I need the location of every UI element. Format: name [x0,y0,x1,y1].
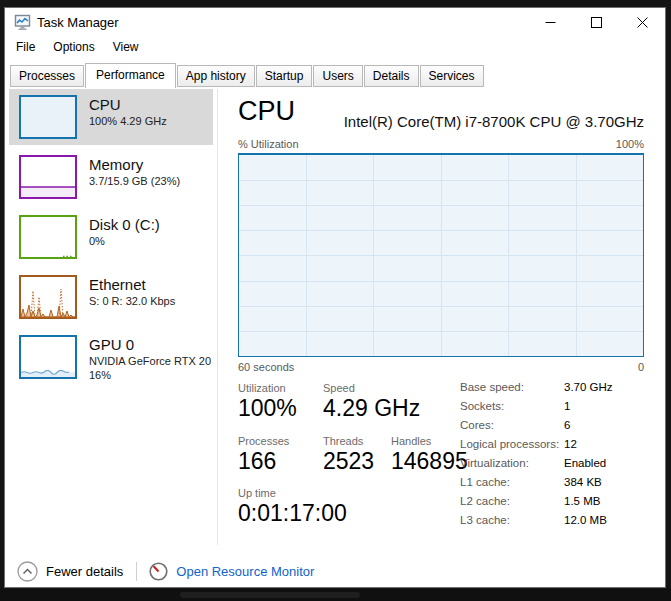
sidebar-disk-sub: 0% [89,234,211,248]
threads-label: Threads [323,435,363,447]
minimize-icon [545,17,556,28]
ethernet-mini-graph-icon [19,275,77,319]
threads-value: 2523 [323,448,374,475]
l1-cache-label: L1 cache: [460,476,564,495]
minimize-button[interactable] [527,8,573,37]
sidebar-memory-label: Memory [89,155,211,174]
handles-value: 146895 [391,448,468,475]
tab-details[interactable]: Details [364,65,419,87]
tab-services[interactable]: Services [420,65,484,87]
detail-row: Sockets: 1 [460,400,660,419]
close-icon [637,17,648,28]
cpu-mini-graph-icon [19,95,77,139]
gauge-icon[interactable] [149,562,168,581]
uptime-value: 0:01:17:00 [238,500,347,527]
cpu-details-list: Base speed: 3.70 GHz Sockets: 1 Cores: 6… [460,381,660,533]
status-divider [136,562,137,581]
detail-row: Logical processors: 12 [460,438,660,457]
chart-x-right: 0 [638,361,644,373]
sidebar-memory-sub: 3.7/15.9 GB (23%) [89,174,211,188]
detail-row: Base speed: 3.70 GHz [460,381,660,400]
l2-cache-value: 1.5 MB [564,495,600,514]
chart-x-left: 60 seconds [238,361,294,373]
maximize-button[interactable] [573,8,619,37]
processes-label: Processes [238,435,289,447]
virtualization-label: Virtualization: [460,457,564,476]
menu-options[interactable]: Options [44,37,103,57]
l2-cache-label: L2 cache: [460,495,564,514]
task-manager-window: Task Manager File Options View Processes [4,7,666,588]
base-speed-label: Base speed: [460,381,564,400]
tab-users[interactable]: Users [313,65,362,87]
taskbar-highlight [180,592,360,598]
gpu-mini-graph-icon [19,335,77,379]
cpu-utilization-chart[interactable] [238,153,644,357]
performance-sidebar: CPU 100% 4.29 GHz Memory 3.7/15.9 GB (23… [9,89,213,405]
sidebar-item-memory[interactable]: Memory 3.7/15.9 GB (23%) [9,149,213,205]
speed-value: 4.29 GHz [323,395,420,422]
panel-title: CPU [238,95,295,127]
taskbar-sliver [0,589,671,601]
sidebar-cpu-label: CPU [89,95,211,114]
logical-processors-label: Logical processors: [460,438,564,457]
detail-row: L3 cache: 12.0 MB [460,514,660,533]
sidebar-ethernet-sub: S: 0 R: 32.0 Kbps [89,294,211,308]
sockets-label: Sockets: [460,400,564,419]
speed-label: Speed [323,382,355,394]
sidebar-item-ethernet[interactable]: Ethernet S: 0 R: 32.0 Kbps [9,269,213,325]
detail-row: Virtualization: Enabled [460,457,660,476]
tab-app-history[interactable]: App history [177,65,255,87]
desktop-background: Task Manager File Options View Processes [0,0,671,601]
window-title: Task Manager [37,15,119,30]
fewer-details-button[interactable]: Fewer details [46,564,123,579]
cores-value: 6 [564,419,570,438]
tab-startup[interactable]: Startup [256,65,313,87]
tab-performance[interactable]: Performance [85,63,176,88]
tab-strip: Processes Performance App history Startu… [5,58,665,88]
sidebar-gpu-sub2: 16% [89,368,211,382]
cpu-performance-panel: CPU Intel(R) Core(TM) i7-8700K CPU @ 3.7… [234,89,657,554]
menu-view[interactable]: View [104,37,148,57]
detail-row: L1 cache: 384 KB [460,476,660,495]
cores-label: Cores: [460,419,564,438]
task-manager-app-icon [14,14,31,31]
open-resource-monitor-link[interactable]: Open Resource Monitor [176,564,314,579]
chevron-up-circle-icon[interactable] [17,561,38,582]
sidebar-divider [217,89,218,545]
processes-value: 166 [238,448,276,475]
menu-file[interactable]: File [7,37,44,57]
sidebar-item-cpu[interactable]: CPU 100% 4.29 GHz [9,89,213,145]
uptime-label: Up time [238,487,276,499]
sidebar-disk-label: Disk 0 (C:) [89,215,211,234]
base-speed-value: 3.70 GHz [564,381,613,400]
sidebar-item-gpu[interactable]: GPU 0 NVIDIA GeForce RTX 208 16% [9,329,213,401]
title-bar[interactable]: Task Manager [5,8,665,37]
detail-row: L2 cache: 1.5 MB [460,495,660,514]
maximize-icon [591,17,602,28]
l1-cache-value: 384 KB [564,476,602,495]
sidebar-ethernet-label: Ethernet [89,275,211,294]
status-bar: Fewer details Open Resource Monitor [5,554,665,588]
l3-cache-label: L3 cache: [460,514,564,533]
utilization-value: 100% [238,395,297,422]
menu-bar: File Options View [5,37,665,57]
close-button[interactable] [619,8,665,37]
logical-processors-value: 12 [564,438,577,457]
sidebar-gpu-sub: NVIDIA GeForce RTX 208 [89,354,211,368]
virtualization-value: Enabled [564,457,606,476]
l3-cache-value: 12.0 MB [564,514,607,533]
handles-label: Handles [391,435,431,447]
sidebar-cpu-sub: 100% 4.29 GHz [89,114,211,128]
sidebar-item-disk[interactable]: Disk 0 (C:) 0% [9,209,213,265]
disk-mini-graph-icon [19,215,77,259]
chart-y-max: 100% [616,138,644,150]
sidebar-gpu-label: GPU 0 [89,335,211,354]
utilization-label: Utilization [238,382,286,394]
chart-axis-bottom: 60 seconds 0 [238,361,644,373]
tab-processes[interactable]: Processes [10,65,84,87]
chart-y-label: % Utilization [238,138,299,150]
detail-row: Cores: 6 [460,419,660,438]
chart-axis-top: % Utilization 100% [238,138,644,150]
sockets-value: 1 [564,400,570,419]
cpu-model-name: Intel(R) Core(TM) i7-8700K CPU @ 3.70GHz [294,113,644,130]
